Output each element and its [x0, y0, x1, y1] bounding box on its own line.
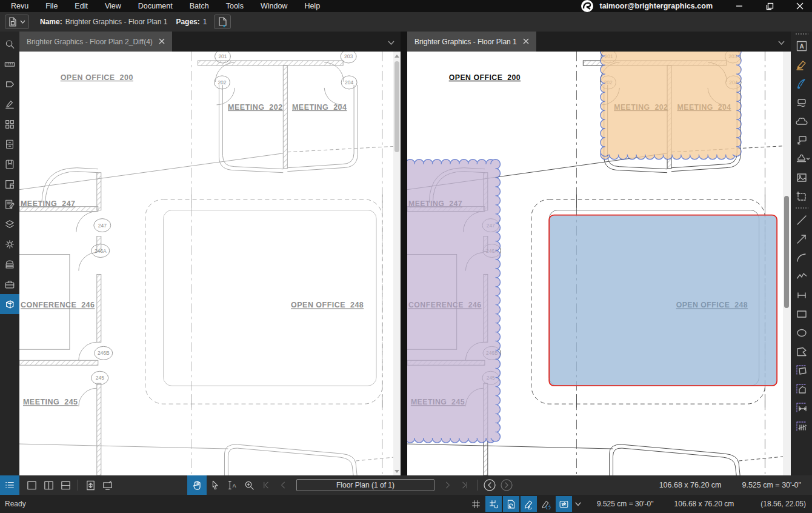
- first-page-button[interactable]: [258, 475, 275, 495]
- menu-help[interactable]: Help: [296, 0, 328, 12]
- fullscreen-icon[interactable]: [82, 475, 99, 495]
- area-measurement-icon[interactable]: [791, 361, 812, 380]
- menu-edit[interactable]: Edit: [66, 0, 96, 12]
- restore-button[interactable]: [757, 0, 782, 12]
- thumbnails-icon[interactable]: [0, 114, 19, 134]
- dimension-tool-icon[interactable]: [791, 286, 812, 304]
- menu-batch[interactable]: Batch: [181, 0, 218, 12]
- left-plan-canvas[interactable]: OPEN OFFICE 200 MEETING 202 MEETING 204 …: [19, 52, 401, 475]
- pen-tool-icon[interactable]: [791, 74, 812, 93]
- split-horizontal-icon[interactable]: [57, 475, 74, 495]
- diff-region-open-office-248[interactable]: [549, 215, 777, 386]
- tab-list-chevron-icon[interactable]: [388, 36, 394, 47]
- snap-to-markup-icon[interactable]: [521, 496, 537, 512]
- zoom-tool[interactable]: [241, 475, 258, 495]
- count-measurement-icon[interactable]: [791, 417, 812, 436]
- eraser-tool-icon[interactable]: [791, 93, 812, 112]
- measurements-icon[interactable]: [0, 54, 19, 74]
- rectangle-tool-icon[interactable]: [791, 304, 812, 323]
- tab-close-icon[interactable]: [159, 38, 165, 46]
- sync-options-chevron-icon[interactable]: [573, 496, 583, 512]
- bookmarks-icon[interactable]: [0, 154, 19, 174]
- door-tag-202: 202: [218, 79, 226, 86]
- close-button[interactable]: [788, 0, 812, 12]
- menu-file[interactable]: File: [37, 0, 66, 12]
- spaces-icon[interactable]: [0, 174, 19, 194]
- perimeter-measurement-icon[interactable]: [791, 380, 812, 398]
- previous-view-button[interactable]: [481, 475, 498, 495]
- presentation-icon[interactable]: [99, 475, 116, 495]
- snap-to-grid-icon[interactable]: [485, 496, 502, 512]
- room-label-open-office-248: OPEN OFFICE 248: [291, 301, 364, 309]
- snap-to-content-icon[interactable]: [503, 496, 519, 512]
- status-state: Ready: [5, 500, 26, 508]
- scroll-down-icon[interactable]: [393, 467, 401, 475]
- split-vertical-icon[interactable]: [40, 475, 57, 495]
- stamp-tool-icon[interactable]: [791, 149, 812, 168]
- menu-tools[interactable]: Tools: [218, 0, 252, 12]
- room-label-open-office-200: OPEN OFFICE 200: [61, 73, 133, 82]
- flags-icon[interactable]: [0, 74, 19, 94]
- arrow-tool-icon[interactable]: [791, 229, 812, 248]
- callout-tool-icon[interactable]: [791, 130, 812, 149]
- synchronize-views-icon[interactable]: [556, 496, 572, 512]
- diff-cloud-meeting-247-246-245[interactable]: [407, 159, 501, 443]
- tool-sidebar: A: [791, 32, 812, 475]
- right-pane-scrollbar[interactable]: [783, 52, 791, 475]
- insert-page-button[interactable]: [214, 15, 231, 29]
- tab-list-chevron-icon[interactable]: [778, 36, 785, 47]
- 3d-model-tree-icon[interactable]: [0, 294, 19, 314]
- highlight-tool-icon[interactable]: [791, 55, 812, 74]
- arc-tool-icon[interactable]: [791, 248, 812, 267]
- page-indicator[interactable]: Floor Plan (1 of 1): [296, 479, 434, 491]
- previous-page-button[interactable]: [275, 475, 291, 495]
- snapshot-tool-icon[interactable]: [791, 187, 812, 206]
- markups-list-icon[interactable]: [0, 194, 19, 214]
- menu-revu[interactable]: Revu: [0, 0, 37, 12]
- right-plan-canvas[interactable]: OPEN OFFICE 200 MEETING 202 MEETING 204 …: [407, 52, 791, 475]
- polygon-tool-icon[interactable]: [791, 342, 812, 361]
- tab-floor-plan-2-diff[interactable]: Brighter Graphics - Floor Plan 2_Diff(4): [19, 32, 172, 52]
- select-text-tool[interactable]: A: [224, 475, 241, 495]
- line-tool-icon[interactable]: [791, 210, 812, 229]
- ellipse-tool-icon[interactable]: [791, 323, 812, 342]
- pane-splitter[interactable]: [401, 32, 407, 475]
- document-select-button[interactable]: [5, 15, 29, 29]
- drag-handle[interactable]: [795, 33, 808, 35]
- menu-window[interactable]: Window: [252, 0, 296, 12]
- sets-icon[interactable]: [0, 254, 19, 274]
- cloud-tool-icon[interactable]: [791, 112, 812, 130]
- tab-floor-plan-1[interactable]: Brighter Graphics - Floor Plan 1: [407, 32, 536, 52]
- menu-view[interactable]: View: [96, 0, 130, 12]
- reuse-markups-icon[interactable]: [538, 496, 554, 512]
- text-tool-icon[interactable]: A: [791, 36, 812, 55]
- pan-tool[interactable]: [187, 475, 207, 495]
- svg-text:A: A: [233, 483, 236, 489]
- markup-icon[interactable]: [0, 94, 19, 114]
- markups-list-toggle[interactable]: [0, 475, 19, 495]
- next-page-button[interactable]: [439, 475, 456, 495]
- tool-chest-icon[interactable]: [0, 274, 19, 294]
- grid-icon[interactable]: [468, 496, 484, 512]
- settings-icon[interactable]: [0, 234, 19, 254]
- select-tool[interactable]: [207, 475, 224, 495]
- menu-document[interactable]: Document: [130, 0, 181, 12]
- tab-label: Brighter Graphics - Floor Plan 2_Diff(4): [27, 38, 153, 46]
- minimize-button[interactable]: [727, 0, 751, 12]
- last-page-button[interactable]: [456, 475, 473, 495]
- scroll-up-icon[interactable]: [393, 52, 401, 60]
- tab-close-icon[interactable]: [523, 38, 529, 46]
- left-pane-scrollbar[interactable]: [393, 52, 401, 475]
- layers-icon[interactable]: [0, 214, 19, 234]
- left-tab-bar: Brighter Graphics - Floor Plan 2_Diff(4): [19, 32, 401, 52]
- polyline-tool-icon[interactable]: [791, 267, 812, 286]
- length-measurement-icon[interactable]: [791, 398, 812, 417]
- document-info-bar: Name: Brighter Graphics - Floor Plan 1 P…: [0, 12, 812, 32]
- account-email[interactable]: taimoor@brightergraphics.com: [599, 2, 713, 10]
- search-icon[interactable]: [0, 34, 19, 54]
- diff-cloud-meeting-202-204[interactable]: [601, 52, 741, 159]
- single-pane-icon[interactable]: [23, 475, 40, 495]
- properties-icon[interactable]: [0, 134, 19, 154]
- image-tool-icon[interactable]: [791, 168, 812, 187]
- next-view-button[interactable]: [498, 475, 515, 495]
